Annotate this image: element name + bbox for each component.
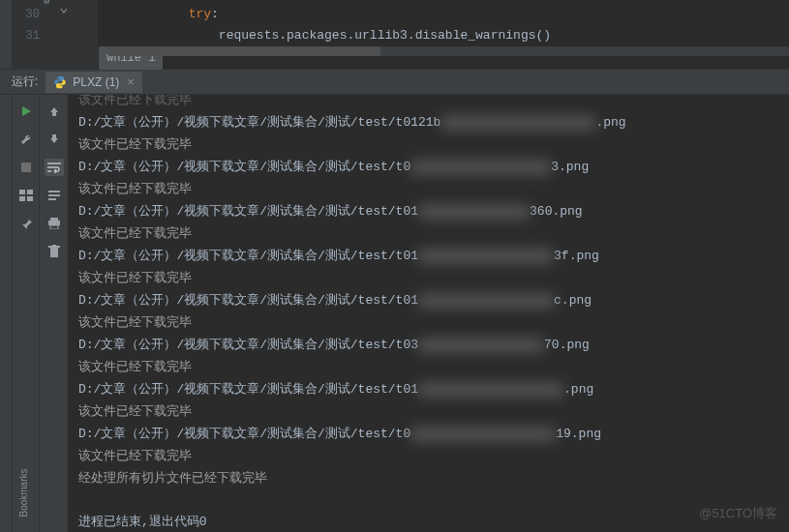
- run-panel-header: 运行: PLXZ (1) ×: [0, 70, 789, 95]
- svg-rect-2: [19, 190, 25, 194]
- console-status-line: 该文件已经下载完毕: [78, 178, 779, 200]
- console-path-line: D:/文章（公开）/视频下载文章/测试集合/测试/test/t0121bxxxx…: [78, 111, 779, 133]
- line-number: 31: [13, 25, 40, 46]
- rerun-icon[interactable]: [17, 103, 35, 120]
- console-path-line: D:/文章（公开）/视频下载文章/测试集合/测试/test/t01xxxxxxx…: [78, 245, 779, 267]
- console-path-line: D:/文章（公开）/视频下载文章/测试集合/测试/test/t01xxxxxxx…: [78, 378, 779, 400]
- svg-rect-10: [48, 221, 60, 225]
- console-line: 该文件已经下载完毕: [78, 95, 779, 111]
- console-status-line: 该文件已经下载完毕: [78, 356, 779, 378]
- tool-sidebar: Bookmarks: [0, 95, 13, 532]
- console-path-line: D:/文章（公开）/视频下载文章/测试集合/测试/test/t01xxxxxxx…: [78, 200, 779, 222]
- svg-rect-7: [48, 194, 60, 196]
- line-number: 30: [13, 4, 40, 25]
- run-tool-window: Bookmarks: [0, 95, 789, 532]
- console-path-line: D:/文章（公开）/视频下载文章/测试集合/测试/test/t03xxxxxxx…: [78, 334, 779, 356]
- console-status-line: 该文件已经下载完毕: [78, 445, 779, 467]
- print-icon[interactable]: [45, 215, 64, 232]
- stop-icon[interactable]: [17, 159, 35, 176]
- editor-left-gutter: [0, 0, 13, 69]
- trash-icon[interactable]: [45, 243, 64, 260]
- console-summary-line: 经处理所有切片文件已经下载完毕: [78, 467, 779, 489]
- console-exit-line: 进程已结束,退出代码0: [78, 511, 779, 532]
- run-label: 运行:: [4, 74, 46, 90]
- svg-rect-8: [48, 198, 56, 200]
- svg-rect-9: [50, 218, 58, 221]
- wrench-icon[interactable]: [17, 131, 35, 148]
- bookmarks-tab[interactable]: Bookmarks: [18, 468, 29, 517]
- code-content[interactable]: try: requests.packages.urllib3.disable_w…: [98, 0, 789, 69]
- punct: :: [211, 7, 219, 21]
- svg-rect-5: [27, 196, 33, 201]
- console-output[interactable]: 该文件已经下载完毕D:/文章（公开）/视频下载文章/测试集合/测试/test/t…: [69, 95, 789, 532]
- console-status-line: 该文件已经下载完毕: [78, 222, 779, 245]
- code-editor: 30 31 try: requests.packages.urllib3.dis…: [0, 0, 789, 70]
- code-text: requests.packages.urllib3.disable_warnin…: [219, 28, 551, 43]
- scrollbar-thumb[interactable]: [109, 46, 380, 56]
- svg-rect-12: [50, 248, 58, 257]
- keyword-try: try: [189, 7, 211, 21]
- line-number-gutter: 30 31: [13, 0, 49, 69]
- scroll-to-end-icon[interactable]: [45, 187, 64, 204]
- indent: [98, 7, 189, 21]
- console-path-line: D:/文章（公开）/视频下载文章/测试集合/测试/test/t01xxxxxxx…: [78, 289, 779, 311]
- layout-icon[interactable]: [17, 187, 35, 204]
- editor-fold-gutter: [49, 0, 98, 69]
- console-path-line: D:/文章（公开）/视频下载文章/测试集合/测试/test/t0xxxxxxxx…: [78, 156, 779, 178]
- watermark: @51CTO博客: [699, 505, 777, 522]
- svg-rect-3: [27, 190, 33, 194]
- pin-icon[interactable]: [17, 215, 35, 232]
- horizontal-scrollbar[interactable]: [109, 46, 789, 56]
- run-tab[interactable]: PLXZ (1) ×: [46, 72, 142, 93]
- console-status-line: 该文件已经下载完毕: [78, 311, 779, 334]
- run-tab-name: PLXZ (1): [73, 75, 119, 89]
- run-actions-col1: [13, 95, 40, 532]
- svg-rect-14: [52, 245, 56, 246]
- svg-rect-13: [48, 246, 60, 248]
- run-actions-col2: [40, 95, 69, 532]
- console-path-line: D:/文章（公开）/视频下载文章/测试集合/测试/test/t0xxxxxxxx…: [78, 423, 779, 445]
- close-icon[interactable]: ×: [125, 74, 137, 89]
- down-icon[interactable]: [45, 131, 64, 148]
- svg-rect-11: [50, 225, 58, 229]
- console-status-line: 该文件已经下载完毕: [78, 133, 779, 156]
- svg-rect-1: [21, 163, 31, 172]
- fold-icon[interactable]: [59, 6, 69, 15]
- up-icon[interactable]: [45, 103, 64, 120]
- svg-rect-6: [48, 191, 60, 192]
- svg-rect-4: [19, 196, 25, 201]
- soft-wrap-icon[interactable]: [45, 159, 64, 176]
- python-icon: [53, 75, 67, 89]
- indent: [98, 28, 219, 43]
- console-status-line: 该文件已经下载完毕: [78, 267, 779, 289]
- console-status-line: 该文件已经下载完毕: [78, 400, 779, 423]
